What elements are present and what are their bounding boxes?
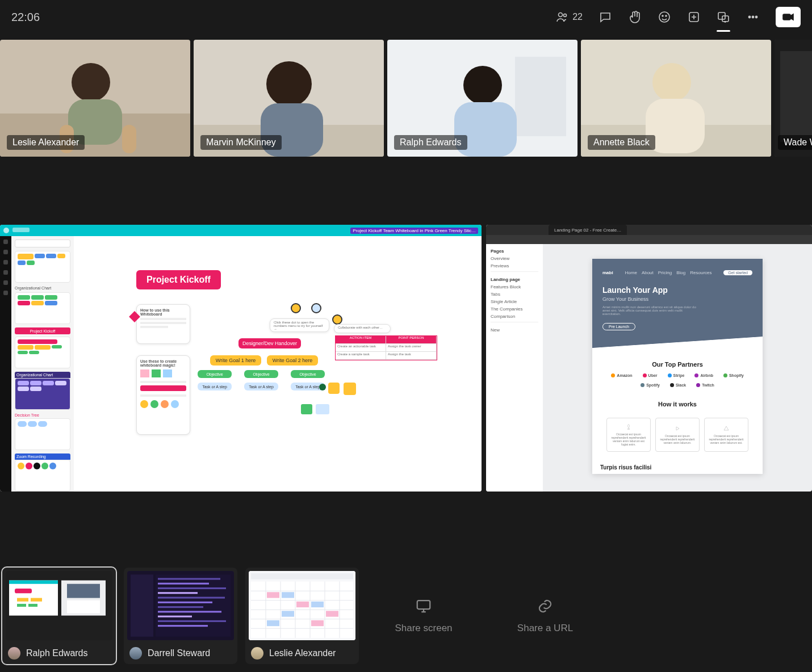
avatar-icon	[332, 314, 342, 325]
share-thumbnail[interactable]: Ralph Edwards	[2, 568, 116, 664]
tree-node[interactable]: Task or A step	[244, 383, 278, 390]
svg-rect-35	[9, 581, 58, 584]
tree-root[interactable]: Designer/Dev Handover	[238, 338, 301, 348]
action-item-table[interactable]: ACTION ITEMPOINT PERSON Create an action…	[335, 335, 437, 360]
svg-rect-59	[251, 573, 353, 579]
lp-heading: Launch Your App	[602, 285, 752, 295]
share-thumbnail[interactable]: Leslie Alexander	[245, 568, 359, 664]
shared-content-row: Project Kickoff Team Whiteboard in Pink …	[0, 157, 812, 492]
share-presenter-row: Ralph Edwards	[2, 644, 116, 664]
template-thumb[interactable]	[15, 460, 70, 492]
tree-node[interactable]: Objective	[291, 370, 325, 378]
figma-toolbar[interactable]	[486, 235, 812, 244]
avatar	[129, 647, 142, 660]
sticky-note[interactable]: How to use this Whiteboard	[136, 304, 190, 344]
add-app-button[interactable]	[687, 10, 701, 24]
presenter-name: Leslie Alexander	[269, 648, 336, 658]
whiteboard-canvas[interactable]: Project Kickoff How to use this Whiteboa…	[74, 236, 482, 492]
canva-templates-panel[interactable]: Organizational Chart Project Kickoff Org…	[11, 236, 74, 492]
monitor-icon	[415, 598, 432, 615]
remote-cursor-icon	[319, 384, 326, 390]
camera-toggle-button[interactable]	[776, 7, 801, 27]
tree-node[interactable]: Write Goal 1 here	[210, 355, 261, 366]
svg-rect-31	[780, 51, 812, 142]
sticky[interactable]	[344, 383, 356, 395]
lp-nav: mabi HomeAboutPricingBlogResources Get s…	[602, 270, 752, 275]
view-layout-button[interactable]	[717, 10, 730, 24]
svg-rect-23	[515, 57, 566, 136]
svg-rect-38	[31, 598, 42, 602]
template-label: Project Kickoff	[15, 327, 70, 334]
template-thumb[interactable]	[15, 251, 70, 283]
shared-screen-whiteboard[interactable]: Project Kickoff Team Whiteboard in Pink …	[0, 225, 482, 492]
template-thumb[interactable]	[15, 418, 70, 450]
figma-pages-panel[interactable]: Pages Overview Previews Landing page Fea…	[486, 244, 543, 492]
participant-tile[interactable]: Marvin McKinney	[194, 40, 384, 157]
canva-tool-rail[interactable]	[0, 236, 11, 492]
svg-rect-48	[158, 583, 209, 585]
presenter-name: Ralph Edwards	[26, 648, 88, 658]
template-thumb[interactable]	[15, 292, 70, 324]
view-layout-icon	[717, 10, 730, 24]
svg-point-0	[559, 13, 563, 17]
sticky-note[interactable]: Use these to create whiteboard magic!	[136, 355, 190, 435]
share-thumbnail[interactable]: Darrell Steward	[124, 568, 237, 664]
more-button[interactable]	[746, 10, 760, 24]
participant-name: Annette Black	[588, 135, 655, 150]
lp-next-section: Turpis risus facilisi	[592, 461, 763, 474]
svg-point-28	[652, 63, 691, 102]
tree-node[interactable]: Write Goal 2 here	[267, 355, 318, 366]
participant-tile[interactable]: Leslie Alexander	[0, 40, 190, 157]
template-label: Zoom Recording	[15, 453, 70, 460]
avatar	[251, 647, 263, 660]
share-presenter-row: Leslie Alexander	[245, 644, 359, 664]
svg-point-3	[662, 15, 663, 16]
share-presenter-row: Darrell Steward	[124, 644, 237, 664]
how-card: Occaecat est ipsum reprehenderit reprehe…	[606, 418, 651, 452]
svg-point-1	[564, 14, 567, 17]
share-screen-button[interactable]: Share screen	[367, 568, 480, 664]
avatar-icon	[311, 303, 321, 313]
template-thumb[interactable]	[15, 337, 70, 368]
svg-rect-50	[158, 592, 198, 594]
figma-canvas[interactable]: mabi HomeAboutPricingBlogResources Get s…	[543, 244, 812, 492]
project-kickoff-badge: Project Kickoff	[136, 270, 221, 289]
sticky[interactable]	[316, 404, 329, 414]
link-icon	[537, 598, 554, 615]
raise-hand-button[interactable]	[628, 10, 642, 24]
lp-brand: mabi	[602, 270, 613, 275]
svg-point-10	[755, 16, 757, 18]
reactions-button[interactable]	[658, 10, 671, 24]
svg-rect-37	[17, 598, 28, 602]
participant-tile[interactable]: Wade Warren	[775, 40, 812, 157]
tree-node[interactable]: Objective	[244, 370, 278, 378]
svg-rect-17	[122, 125, 136, 153]
landing-page-frame[interactable]: mabi HomeAboutPricingBlogResources Get s…	[592, 259, 763, 474]
shared-screen-figma[interactable]: Landing Page 02 - Free Create… Pages Ove…	[486, 225, 812, 492]
figma-tab[interactable]: Landing Page 02 - Free Create…	[549, 225, 627, 235]
sticky[interactable]	[301, 404, 312, 414]
canva-app-bar: Project Kickoff Team Whiteboard in Pink …	[0, 225, 482, 236]
participant-tile[interactable]: Ralph Edwards	[387, 40, 577, 157]
tree-node[interactable]: Task or A step	[198, 383, 232, 390]
lp-how-row: Occaecat est ipsum reprehenderit reprehe…	[592, 413, 763, 461]
svg-rect-36	[15, 589, 32, 593]
svg-rect-42	[67, 584, 100, 598]
template-thumb[interactable]	[15, 378, 70, 410]
chat-button[interactable]	[598, 10, 612, 24]
share-url-button[interactable]: Share a URL	[488, 568, 602, 664]
svg-rect-47	[158, 578, 220, 579]
svg-rect-72	[267, 592, 279, 598]
figma-titlebar	[486, 225, 812, 235]
template-label: Organizational Chart	[15, 286, 70, 290]
how-card: Occaecat est ipsum reprehenderit reprehe…	[704, 418, 748, 452]
participants-button[interactable]: 22	[555, 10, 583, 24]
cursor-avatar	[328, 383, 340, 394]
template-search[interactable]	[15, 240, 70, 247]
participant-tile[interactable]: Annette Black	[581, 40, 771, 157]
add-app-icon	[687, 10, 701, 24]
svg-rect-49	[158, 587, 226, 589]
lp-cta-button[interactable]: Pre Launch	[602, 323, 635, 330]
lp-nav-cta[interactable]: Get started	[723, 270, 752, 275]
tree-node[interactable]: Objective	[198, 370, 232, 378]
